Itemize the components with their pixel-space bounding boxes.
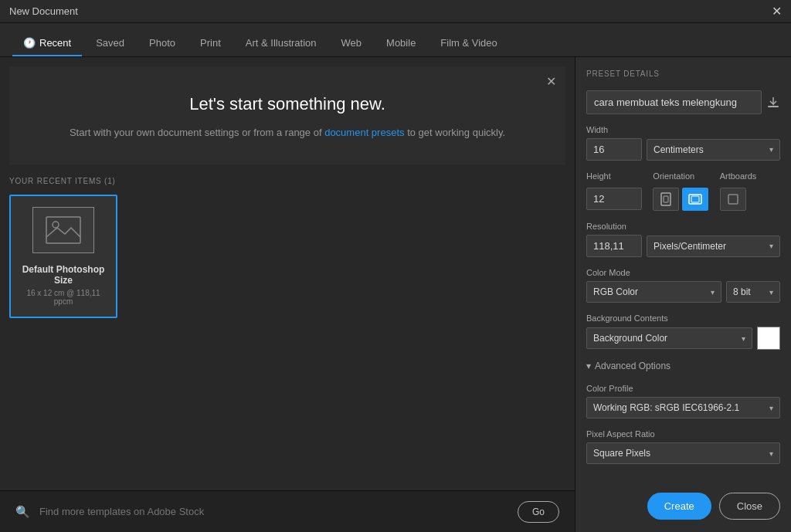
dialog-buttons: Create Close [586, 486, 780, 520]
width-unit-dropdown[interactable]: Centimeters ▾ [647, 139, 780, 161]
color-mode-dropdown[interactable]: RGB Color ▾ [586, 281, 721, 303]
resolution-field-group: Resolution Pixels/Centimeter ▾ [586, 222, 780, 257]
svg-rect-6 [691, 196, 699, 202]
main-content: ✕ Let's start something new. Start with … [0, 57, 791, 532]
resolution-unit-dropdown[interactable]: Pixels/Centimeter ▾ [647, 236, 780, 257]
search-icon: 🔍 [15, 505, 30, 519]
width-field-group: Width Centimeters ▾ [586, 125, 780, 161]
resolution-input[interactable] [586, 235, 642, 257]
resolution-row: Pixels/Centimeter ▾ [586, 235, 780, 257]
image-placeholder-icon [45, 215, 82, 245]
search-bar: 🔍 Go [0, 490, 575, 532]
recent-item[interactable]: Default Photoshop Size 16 x 12 cm @ 118,… [9, 195, 117, 318]
width-input[interactable] [586, 138, 642, 161]
close-dialog-button[interactable]: Close [719, 493, 780, 520]
bit-depth-dropdown[interactable]: 8 bit ▾ [726, 281, 780, 303]
artboards-label: Artboards [720, 171, 780, 181]
chevron-down-icon: ▾ [769, 242, 773, 250]
recent-item-thumbnail [32, 207, 94, 253]
height-field-group: Height [586, 171, 647, 211]
search-go-button[interactable]: Go [518, 501, 559, 523]
artboard-icon [727, 193, 739, 205]
tab-saved[interactable]: Saved [85, 31, 135, 56]
preset-name-row [586, 90, 780, 114]
preset-name-input[interactable] [586, 90, 762, 114]
recent-clock-icon: 🕐 [23, 37, 36, 49]
orientation-field-group: Orientation [653, 171, 713, 211]
height-input[interactable] [586, 188, 642, 210]
recent-item-name: Default Photoshop Size [19, 264, 108, 286]
landscape-button[interactable] [682, 188, 708, 211]
tab-photo[interactable]: Photo [138, 31, 186, 56]
artboard-checkbox-button[interactable] [720, 188, 746, 211]
recent-section: YOUR RECENT ITEMS (1) Default Photoshop … [0, 164, 575, 490]
portrait-icon [660, 192, 671, 206]
preset-details-label: PRESET DETAILS [586, 69, 780, 78]
hero-close-button[interactable]: ✕ [546, 74, 556, 89]
left-panel: ✕ Let's start something new. Start with … [0, 57, 575, 532]
tab-bar: 🕐 Recent Saved Photo Print Art & Illustr… [0, 23, 791, 57]
recent-item-meta: 16 x 12 cm @ 118,11 ppcm [19, 289, 108, 306]
background-contents-label: Background Contents [586, 313, 780, 323]
chevron-down-icon: ▾ [769, 145, 773, 154]
right-panel: PRESET DETAILS Width Centimeters ▾ [575, 57, 791, 532]
tab-web[interactable]: Web [331, 31, 373, 56]
chevron-down-icon: ▾ [769, 288, 773, 296]
height-orientation-row: Height Orientation [586, 171, 780, 211]
window-title: New Document [9, 5, 78, 17]
svg-rect-0 [46, 217, 80, 243]
chevron-down-icon: ▾ [742, 334, 745, 343]
tab-film[interactable]: Film & Video [429, 31, 508, 56]
tab-art[interactable]: Art & Illustration [235, 31, 328, 56]
tab-mobile[interactable]: Mobile [375, 31, 426, 56]
tab-print[interactable]: Print [189, 31, 232, 56]
background-contents-field-group: Background Contents Background Color ▾ [586, 313, 780, 350]
portrait-button[interactable] [653, 188, 679, 211]
chevron-down-icon: ▾ [711, 288, 715, 296]
svg-rect-3 [661, 193, 670, 205]
pixel-aspect-ratio-label: Pixel Aspect Ratio [586, 429, 780, 439]
svg-rect-2 [768, 106, 779, 107]
hero-presets-link[interactable]: document presets [324, 127, 404, 138]
orientation-buttons [653, 188, 713, 211]
pixel-aspect-ratio-field-group: Pixel Aspect Ratio Square Pixels ▾ [586, 429, 780, 464]
color-mode-field-group: Color Mode RGB Color ▾ 8 bit ▾ [586, 268, 780, 303]
hero-subtitle: Start with your own document settings or… [25, 125, 550, 141]
create-button[interactable]: Create [647, 493, 711, 520]
landscape-icon [688, 194, 702, 205]
advanced-options-toggle[interactable]: ▾ Advanced Options [586, 359, 780, 373]
chevron-down-icon: ▾ [769, 404, 773, 412]
color-profile-field-group: Color Profile Working RGB: sRGB IEC61966… [586, 384, 780, 418]
svg-rect-7 [728, 195, 738, 204]
recent-section-label: YOUR RECENT ITEMS (1) [9, 177, 565, 185]
color-mode-row: RGB Color ▾ 8 bit ▾ [586, 281, 780, 303]
orientation-label: Orientation [653, 171, 713, 181]
background-color-swatch[interactable] [757, 327, 780, 350]
pixel-aspect-ratio-dropdown[interactable]: Square Pixels ▾ [586, 442, 780, 464]
save-preset-button[interactable] [766, 96, 780, 110]
color-mode-label: Color Mode [586, 268, 780, 277]
upload-icon [766, 96, 780, 110]
svg-rect-4 [664, 196, 668, 202]
height-label: Height [586, 171, 647, 181]
resolution-label: Resolution [586, 222, 780, 231]
background-contents-row: Background Color ▾ [586, 327, 780, 350]
chevron-down-icon: ▾ [769, 449, 773, 458]
width-label: Width [586, 125, 780, 134]
tab-recent[interactable]: 🕐 Recent [12, 31, 82, 56]
title-bar: New Document ✕ [0, 0, 791, 23]
width-row: Centimeters ▾ [586, 138, 780, 161]
search-input[interactable] [39, 506, 508, 517]
artboards-buttons [720, 188, 780, 211]
artboards-field-group: Artboards [720, 171, 780, 211]
hero-section: ✕ Let's start something new. Start with … [9, 66, 565, 164]
hero-title: Let's start something new. [25, 94, 550, 114]
svg-point-1 [53, 222, 59, 228]
color-profile-dropdown[interactable]: Working RGB: sRGB IEC61966-2.1 ▾ [586, 397, 780, 418]
chevron-down-icon: ▾ [586, 361, 591, 371]
color-profile-label: Color Profile [586, 384, 780, 393]
window-close-button[interactable]: ✕ [772, 5, 782, 18]
background-contents-dropdown[interactable]: Background Color ▾ [586, 327, 752, 349]
